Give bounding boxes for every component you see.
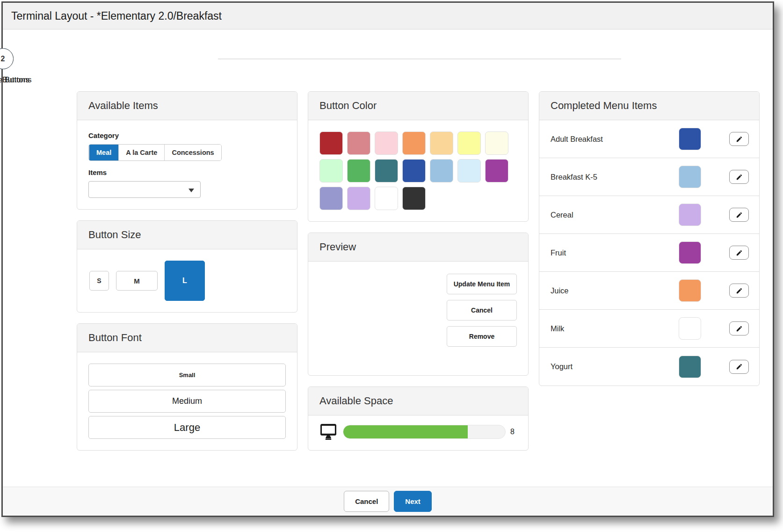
stepper-connector-line xyxy=(218,58,621,59)
items-dropdown[interactable] xyxy=(88,181,201,198)
button-size-panel: Button Size S M L xyxy=(77,220,297,313)
color-swatch[interactable] xyxy=(319,159,343,182)
wizard-footer: Cancel Next xyxy=(3,487,773,516)
menu-item-color-swatch xyxy=(679,204,701,226)
menu-item-color-swatch xyxy=(679,128,701,150)
color-swatch[interactable] xyxy=(347,159,370,182)
button-font-title: Button Font xyxy=(77,324,297,352)
button-font-panel: Button Font Small Medium Large xyxy=(77,323,297,451)
button-color-panel: Button Color xyxy=(308,91,529,222)
completed-menu-items-title: Completed Menu Items xyxy=(539,92,759,120)
font-option-button[interactable]: Large xyxy=(88,416,286,439)
available-items-title: Available Items xyxy=(77,92,297,120)
color-swatch[interactable] xyxy=(457,159,481,182)
preview-action-buttons: Update Menu Item Cancel Remove xyxy=(447,274,517,364)
menu-item-color-swatch xyxy=(679,279,701,302)
items-label: Items xyxy=(88,168,286,176)
available-space-progress-fill xyxy=(343,425,468,438)
menu-item-name: Cereal xyxy=(551,211,679,219)
panels-area: Available Items Category Meal A la Carte… xyxy=(3,89,773,451)
color-swatch[interactable] xyxy=(485,159,508,182)
pencil-icon xyxy=(736,287,743,294)
preview-panel: Preview Update Menu Item Cancel Remove xyxy=(308,233,529,376)
pencil-icon xyxy=(736,136,743,143)
menu-item-name: Fruit xyxy=(551,248,679,257)
edit-menu-item-button[interactable] xyxy=(729,284,749,298)
completed-menu-items-panel: Completed Menu Items Adult Breakfast xyxy=(539,91,760,386)
category-label: Category xyxy=(88,131,286,139)
available-space-count: 8 xyxy=(510,428,517,436)
menu-item-color-swatch xyxy=(679,317,701,340)
left-column: Available Items Category Meal A la Carte… xyxy=(77,91,297,451)
button-font-options: Small Medium Large xyxy=(88,364,286,439)
cancel-button[interactable]: Cancel xyxy=(344,491,389,512)
color-swatch[interactable] xyxy=(319,131,343,155)
color-swatch[interactable] xyxy=(375,159,398,182)
category-segmented-control: Meal A la Carte Concessions xyxy=(88,144,222,161)
menu-item-name: Juice xyxy=(551,286,679,295)
menu-item-row: Yogurt xyxy=(539,348,759,386)
preview-title: Preview xyxy=(308,233,528,262)
menu-item-color-swatch xyxy=(679,241,701,264)
menu-item-name: Breakfast K-5 xyxy=(551,173,679,182)
menu-item-color-swatch xyxy=(679,166,701,188)
color-swatch[interactable] xyxy=(319,187,343,210)
color-swatch[interactable] xyxy=(402,131,426,155)
available-items-panel: Available Items Category Meal A la Carte… xyxy=(77,91,297,210)
color-swatch[interactable] xyxy=(402,159,426,182)
color-swatch[interactable] xyxy=(347,131,370,155)
preview-action-button[interactable]: Cancel xyxy=(447,300,517,321)
pencil-icon xyxy=(736,325,743,332)
font-option-button[interactable]: Small xyxy=(88,364,286,386)
color-swatch[interactable] xyxy=(375,131,398,155)
category-option-button[interactable]: Meal xyxy=(89,145,118,160)
edit-menu-item-button[interactable] xyxy=(729,208,749,222)
size-option-button[interactable]: L xyxy=(165,261,205,301)
color-swatch[interactable] xyxy=(402,187,426,210)
terminal-layout-window: Terminal Layout - *Elementary 2.0/Breakf… xyxy=(1,1,774,517)
pencil-icon xyxy=(736,363,743,370)
menu-item-row: Cereal xyxy=(539,196,759,234)
right-column: Completed Menu Items Adult Breakfast xyxy=(539,91,760,386)
color-swatch-grid xyxy=(319,131,517,210)
menu-item-name: Yogurt xyxy=(551,362,679,371)
category-option-button[interactable]: A la Carte xyxy=(118,145,164,160)
pencil-icon xyxy=(736,249,743,256)
size-option-button[interactable]: S xyxy=(89,271,109,291)
next-button[interactable]: Next xyxy=(394,491,432,512)
button-size-options: S M L xyxy=(88,261,286,301)
edit-menu-item-button[interactable] xyxy=(729,170,749,184)
color-swatch[interactable] xyxy=(430,131,453,155)
edit-menu-item-button[interactable] xyxy=(729,246,749,260)
preview-action-button[interactable]: Remove xyxy=(447,326,517,347)
available-space-title: Available Space xyxy=(308,387,528,415)
step-number-circle[interactable]: 2 xyxy=(0,48,14,69)
menu-item-row: Fruit xyxy=(539,234,759,272)
button-color-title: Button Color xyxy=(308,92,528,120)
color-swatch[interactable] xyxy=(485,131,508,155)
font-option-button[interactable]: Medium xyxy=(88,390,286,413)
menu-item-row: Adult Breakfast xyxy=(539,120,759,158)
menu-item-color-swatch xyxy=(679,356,701,378)
preview-action-button[interactable]: Update Menu Item xyxy=(447,274,517,294)
menu-item-name: Adult Breakfast xyxy=(551,135,679,144)
menu-item-name: Milk xyxy=(551,324,679,333)
edit-menu-item-button[interactable] xyxy=(729,321,749,335)
edit-menu-item-button[interactable] xyxy=(729,132,749,146)
color-swatch[interactable] xyxy=(457,131,481,155)
color-swatch[interactable] xyxy=(347,187,370,210)
size-option-button[interactable]: M xyxy=(116,271,158,291)
menu-item-row: Breakfast K-5 xyxy=(539,158,759,196)
category-option-button[interactable]: Concessions xyxy=(164,145,221,160)
completed-menu-items-list: Adult Breakfast Breakfast K-5 xyxy=(539,120,759,386)
menu-item-row: Milk xyxy=(539,310,759,348)
page-title: Terminal Layout - *Elementary 2.0/Breakf… xyxy=(11,10,222,22)
button-size-title: Button Size xyxy=(77,221,297,249)
step-wizard: 1 Assign Buttons 2 Arrange Buttons xyxy=(3,29,773,89)
edit-menu-item-button[interactable] xyxy=(729,360,749,374)
step-label: Arrange Buttons xyxy=(0,75,54,85)
color-swatch[interactable] xyxy=(430,159,453,182)
available-space-panel: Available Space 8 xyxy=(308,386,529,451)
pencil-icon xyxy=(736,174,743,181)
color-swatch[interactable] xyxy=(375,187,398,210)
